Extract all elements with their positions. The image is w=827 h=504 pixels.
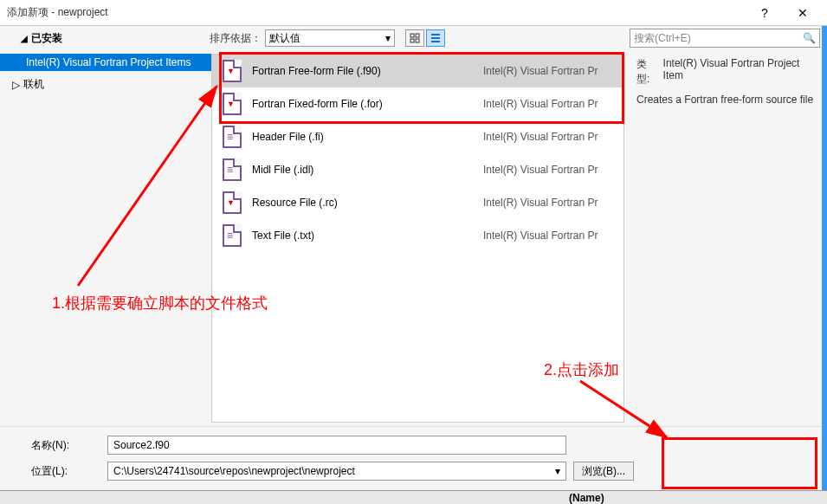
type-label: 类型: <box>636 57 660 87</box>
template-category: Intel(R) Visual Fortran Pr <box>483 197 613 209</box>
sidebar: Intel(R) Visual Fortran Project Items ▷ … <box>0 50 211 426</box>
file-icon <box>223 60 242 82</box>
location-input[interactable]: C:\Users\24741\source\repos\newproject\n… <box>107 462 566 481</box>
template-category: Intel(R) Visual Fortran Pr <box>483 98 613 110</box>
sort-dropdown[interactable]: 默认值 ▾ <box>265 29 395 47</box>
right-edge-strip <box>822 26 827 490</box>
sort-label: 排序依据： <box>210 31 262 46</box>
toolbar: ◢ 已安装 排序依据： 默认值 ▾ 搜索(Ctrl+E) 🔍 <box>0 26 827 50</box>
template-item[interactable]: Text File (.txt)Intel(R) Visual Fortran … <box>212 219 623 252</box>
sidebar-item-online[interactable]: ▷ 联机 <box>0 74 211 94</box>
template-name: Midl File (.idl) <box>252 164 473 176</box>
caret-down-icon: ◢ <box>21 34 28 43</box>
svg-rect-1 <box>416 34 419 37</box>
installed-label: 已安装 <box>31 31 62 46</box>
chevron-down-icon: ▾ <box>555 465 560 477</box>
template-item[interactable]: Resource File (.rc)Intel(R) Visual Fortr… <box>212 186 623 219</box>
template-item[interactable]: Fortran Fixed-form File (.for)Intel(R) V… <box>212 87 623 120</box>
template-category: Intel(R) Visual Fortran Pr <box>483 229 613 242</box>
sidebar-item-fortran[interactable]: Intel(R) Visual Fortran Project Items <box>0 54 211 71</box>
view-grid-button[interactable] <box>405 29 424 47</box>
template-name: Fortran Free-form File (.f90) <box>252 65 473 77</box>
template-name: Text File (.txt) <box>252 229 473 242</box>
search-placeholder: 搜索(Ctrl+E) <box>634 31 691 46</box>
chevron-down-icon: ▾ <box>385 32 391 44</box>
file-icon <box>223 191 242 214</box>
installed-expander[interactable]: ◢ 已安装 <box>21 31 62 46</box>
template-name: Header File (.fi) <box>252 131 473 143</box>
caret-right-icon: ▷ <box>12 79 20 91</box>
online-label: 联机 <box>23 77 44 92</box>
name-property-label: (Name) <box>569 492 604 504</box>
main-area: Intel(R) Visual Fortran Project Items ▷ … <box>0 50 827 426</box>
sort-value: 默认值 <box>269 31 300 46</box>
file-icon <box>223 93 242 115</box>
name-input[interactable] <box>107 436 566 455</box>
browse-button[interactable]: 浏览(B)... <box>573 462 634 481</box>
window-title: 添加新项 - newproject <box>7 5 747 20</box>
template-list: Fortran Free-form File (.f90)Intel(R) Vi… <box>211 54 624 423</box>
close-button[interactable]: ✕ <box>785 1 820 25</box>
bottom-panel: 名称(N): 位置(L): C:\Users\24741\source\repo… <box>0 426 827 494</box>
template-item[interactable]: Header File (.fi)Intel(R) Visual Fortran… <box>212 120 623 153</box>
svg-rect-3 <box>416 39 419 42</box>
search-icon: 🔍 <box>803 32 816 44</box>
sidebar-item-label: Intel(R) Visual Fortran Project Items <box>26 56 191 68</box>
template-name: Fortran Fixed-form File (.for) <box>252 98 473 110</box>
detail-description: Creates a Fortran free-form source file <box>636 94 813 106</box>
svg-rect-2 <box>410 39 414 42</box>
template-item[interactable]: Fortran Free-form File (.f90)Intel(R) Vi… <box>212 55 623 87</box>
svg-rect-0 <box>410 34 414 37</box>
template-category: Intel(R) Visual Fortran Pr <box>483 131 613 143</box>
detail-panel: 类型: Intel(R) Visual Fortran Project Item… <box>628 50 827 426</box>
type-value: Intel(R) Visual Fortran Project Item <box>663 57 818 87</box>
name-field-label: 名称(N): <box>31 438 100 453</box>
location-field-label: 位置(L): <box>31 464 100 479</box>
help-button[interactable]: ? <box>747 1 782 25</box>
file-icon <box>223 158 242 181</box>
template-category: Intel(R) Visual Fortran Pr <box>483 164 613 176</box>
template-item[interactable]: Midl File (.idl)Intel(R) Visual Fortran … <box>212 153 623 186</box>
search-input[interactable]: 搜索(Ctrl+E) 🔍 <box>630 29 820 48</box>
template-category: Intel(R) Visual Fortran Pr <box>483 65 613 77</box>
template-name: Resource File (.rc) <box>252 197 473 209</box>
location-value: C:\Users\24741\source\repos\newproject\n… <box>113 465 355 477</box>
file-icon <box>223 126 242 148</box>
file-icon <box>223 224 242 247</box>
titlebar: 添加新项 - newproject ? ✕ <box>0 0 827 26</box>
status-strip: (Name) <box>0 490 827 504</box>
view-list-button[interactable] <box>426 29 445 47</box>
